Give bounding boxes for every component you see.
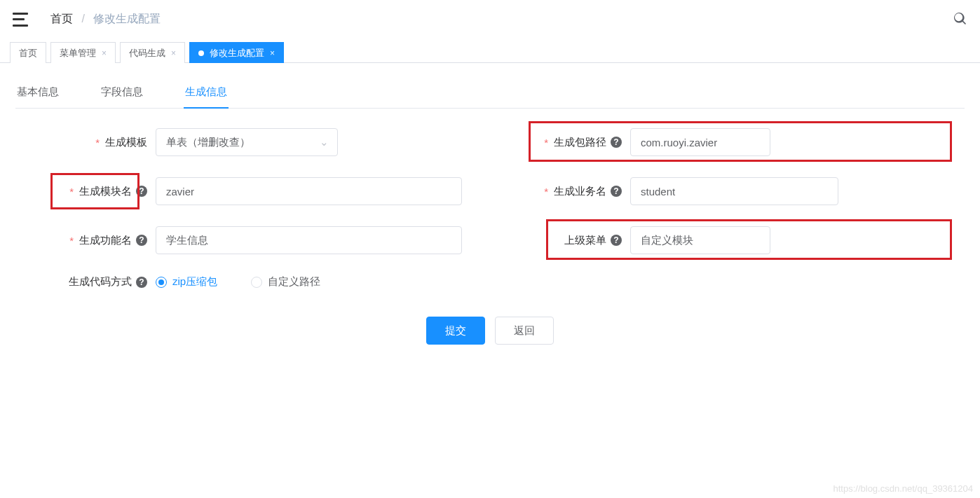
parent-menu-input[interactable] <box>630 226 770 254</box>
business-label: *生成业务名? <box>490 185 630 198</box>
template-select[interactable]: 单表（增删改查） ⌄ <box>156 128 338 156</box>
inner-tabs: 基本信息 字段信息 生成信息 <box>15 77 965 109</box>
gen-type-label: 生成代码方式? <box>15 275 156 289</box>
help-icon[interactable]: ? <box>136 186 147 197</box>
close-icon[interactable]: × <box>171 48 176 58</box>
tab-field[interactable]: 字段信息 <box>100 77 144 108</box>
close-icon[interactable]: × <box>102 48 107 58</box>
gen-type-radio-group: zip压缩包 自定义路径 <box>156 275 462 289</box>
help-icon[interactable]: ? <box>136 277 147 288</box>
function-label: *生成功能名? <box>15 234 156 247</box>
package-input[interactable] <box>630 128 770 156</box>
nav-tab-menu[interactable]: 菜单管理× <box>50 42 116 63</box>
help-icon[interactable]: ? <box>611 235 622 246</box>
module-input[interactable] <box>156 177 462 205</box>
breadcrumb-current: 修改生成配置 <box>93 13 161 25</box>
help-icon[interactable]: ? <box>136 235 147 246</box>
search-icon[interactable] <box>952 11 967 28</box>
topbar: 首页 / 修改生成配置 <box>0 0 980 39</box>
nav-tabs-bar: 首页 菜单管理× 代码生成× 修改生成配置× <box>0 39 980 63</box>
back-button[interactable]: 返回 <box>495 317 554 345</box>
breadcrumb-sep: / <box>81 13 84 25</box>
gen-form: *生成模板 单表（增删改查） ⌄ *生成包路径? *生成模块名? <box>15 109 965 345</box>
tab-gen[interactable]: 生成信息 <box>184 77 229 109</box>
button-row: 提交 返回 <box>15 317 965 345</box>
close-icon[interactable]: × <box>270 48 275 58</box>
parent-menu-label: 上级菜单? <box>490 234 630 247</box>
breadcrumb-home[interactable]: 首页 <box>50 13 73 25</box>
package-label: *生成包路径? <box>490 136 630 149</box>
chevron-down-icon: ⌄ <box>320 136 329 148</box>
nav-tab-home[interactable]: 首页 <box>10 42 46 63</box>
radio-custom-path[interactable]: 自定义路径 <box>251 275 320 289</box>
nav-tab-editgen[interactable]: 修改生成配置× <box>189 42 284 63</box>
nav-tab-codegen[interactable]: 代码生成× <box>120 42 185 63</box>
content: 基本信息 字段信息 生成信息 *生成模板 单表（增删改查） ⌄ *生成包路径? <box>0 63 980 359</box>
help-icon[interactable]: ? <box>611 137 622 148</box>
template-label: *生成模板 <box>15 136 156 149</box>
function-input[interactable] <box>156 226 462 254</box>
hamburger-icon[interactable] <box>13 13 28 27</box>
business-input[interactable] <box>630 177 838 205</box>
module-label: *生成模块名? <box>15 185 156 198</box>
help-icon[interactable]: ? <box>611 186 622 197</box>
submit-button[interactable]: 提交 <box>426 317 485 345</box>
radio-zip[interactable]: zip压缩包 <box>156 275 217 289</box>
tab-basic[interactable]: 基本信息 <box>15 77 60 108</box>
breadcrumb: 首页 / 修改生成配置 <box>50 12 161 27</box>
